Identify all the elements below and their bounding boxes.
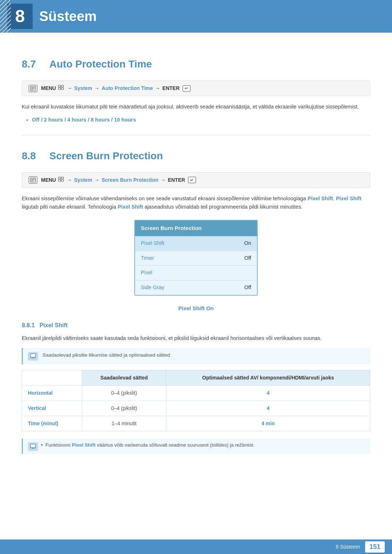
sub-881-body: Ekraanil järelpildi vältimiseks saate ka… bbox=[22, 334, 370, 342]
svg-rect-15 bbox=[61, 180, 64, 181]
panel-row-label-sidegray: Side Gray bbox=[141, 284, 164, 292]
note-text-881: Saadaolevad pikslite liikumise sätted ja… bbox=[42, 352, 170, 359]
grid-icon-7 bbox=[58, 85, 65, 92]
sub-section-881-title: Pixel Shift bbox=[40, 322, 68, 328]
table-row: Time (minut) 1–4 minutit 4 min bbox=[22, 416, 370, 431]
section-7-heading: 8.7 Auto Protection Time bbox=[22, 57, 370, 72]
table-cell-time-range: 1–4 minutit bbox=[82, 416, 166, 431]
enter-label-8: ENTER bbox=[168, 176, 185, 184]
table-cell-horizontal-optimal: 4 bbox=[166, 385, 370, 401]
sub-section-881-heading: 8.8.1 Pixel Shift bbox=[22, 321, 370, 330]
menu-item-8: Screen Burn Protection bbox=[102, 176, 158, 184]
panel-row-value-pixel-shift: On bbox=[244, 239, 251, 247]
pixel-shift-ref-2: Pixel Shift bbox=[336, 196, 362, 201]
panel-row-pixel: Pixel bbox=[135, 266, 257, 280]
table-row: Vertical 0–4 (pikslit) 4 bbox=[22, 401, 370, 416]
table-cell-vertical-range: 0–4 (pikslit) bbox=[82, 401, 166, 416]
panel-row-value-timer: Off bbox=[244, 254, 251, 262]
pixel-shift-on-label: Pixel Shift On bbox=[22, 304, 370, 313]
panel-row-timer: Timer Off bbox=[135, 251, 257, 266]
table-cell-time-label: Time (minut) bbox=[22, 416, 82, 431]
menu-item-7: Auto Protection Time bbox=[102, 85, 153, 92]
footnote-881: • Funktsiooni Pixel Shift väärtus võib v… bbox=[22, 439, 370, 454]
section-7-number: 8.7 bbox=[22, 57, 44, 72]
table-cell-vertical-optimal: 4 bbox=[166, 401, 370, 416]
section-8-number: 8.8 bbox=[22, 148, 44, 164]
table-cell-horizontal-range: 0–4 (pikslit) bbox=[82, 385, 166, 401]
pixel-shift-table: Saadaolevad sätted Optimaalsed sätted AV… bbox=[22, 370, 370, 431]
section-8-title: Screen Burn Protection bbox=[49, 148, 163, 164]
footnote-start: Funktsiooni bbox=[45, 442, 72, 448]
main-content: 8.7 Auto Protection Time MENU → System →… bbox=[0, 33, 392, 476]
svg-rect-5 bbox=[61, 85, 64, 87]
pixel-shift-ref-3: Pixel Shift bbox=[118, 204, 143, 210]
note-icon-footnote bbox=[28, 442, 38, 451]
footer-page-number: 151 bbox=[365, 541, 385, 553]
note-box-881: Saadaolevad pikslite liikumise sätted ja… bbox=[22, 348, 370, 364]
table-cell-horizontal-label: Horizontal bbox=[22, 385, 82, 401]
arrow-3-8: → bbox=[160, 176, 166, 184]
page-header: 8 Süsteem bbox=[0, 0, 392, 33]
menu-path-8: MENU → System → Screen Burn Protection →… bbox=[22, 172, 370, 188]
menu-icon bbox=[29, 85, 37, 92]
section-8-body: Ekraani sissepõlemise võimaluse vähendam… bbox=[22, 194, 370, 211]
enter-icon-7: ↵ bbox=[183, 85, 191, 92]
svg-rect-13 bbox=[61, 177, 64, 179]
enter-icon-8: ↵ bbox=[188, 177, 196, 183]
panel-row-label-timer: Timer bbox=[141, 254, 154, 262]
section-7-title: Auto Protection Time bbox=[49, 57, 152, 72]
grid-icon-8 bbox=[58, 176, 65, 184]
menu-label-7: MENU bbox=[41, 85, 56, 92]
enter-label-7: ENTER bbox=[162, 85, 179, 92]
menu-label-8: MENU bbox=[41, 176, 56, 184]
footer-text: 8 Süsteem bbox=[336, 543, 360, 551]
section-8-heading: 8.8 Screen Burn Protection bbox=[22, 148, 370, 164]
divider-7-8 bbox=[22, 135, 370, 135]
table-cell-time-optimal: 4 min bbox=[166, 416, 370, 431]
table-col-optimal: Optimaalsed sätted AV/ komponendi/HDMI/a… bbox=[166, 370, 370, 385]
svg-rect-7 bbox=[61, 88, 64, 90]
table-cell-vertical-label: Vertical bbox=[22, 401, 82, 416]
arrow-3-7: → bbox=[155, 85, 160, 92]
menu-path-7: MENU → System → Auto Protection Time → E… bbox=[22, 81, 370, 96]
panel-row-label-pixel-shift: Pixel Shift bbox=[141, 239, 164, 247]
svg-rect-4 bbox=[58, 85, 61, 87]
chapter-title: Süsteem bbox=[39, 6, 97, 27]
table-col-available: Saadaolevad sätted bbox=[82, 370, 166, 385]
page-footer: 8 Süsteem 151 bbox=[0, 539, 392, 554]
options-list-7: Off / 2 hours / 4 hours / 8 hours / 10 h… bbox=[22, 116, 370, 124]
panel-row-value-sidegray: Off bbox=[244, 284, 251, 292]
screen-burn-panel: Screen Burn Protection Pixel Shift On Ti… bbox=[134, 220, 258, 296]
footnote-end: väärtus võib varieeruda sõltuvalt seadme… bbox=[95, 442, 254, 448]
arrow-2-8: → bbox=[94, 176, 99, 184]
table-col-empty bbox=[22, 370, 82, 385]
panel-row-label-pixel: Pixel bbox=[141, 269, 152, 277]
menu-icon-8 bbox=[29, 176, 37, 184]
table-row: Horizontal 0–4 (pikslit) 4 bbox=[22, 385, 370, 401]
menu-system-8: System bbox=[74, 176, 92, 184]
footnote-text: • Funktsiooni Pixel Shift väärtus võib v… bbox=[41, 442, 254, 449]
note-icon-881 bbox=[28, 352, 38, 361]
options-item-7: Off / 2 hours / 4 hours / 8 hours / 10 h… bbox=[32, 116, 370, 124]
chapter-number: 8 bbox=[7, 4, 33, 29]
menu-system-7: System bbox=[74, 85, 92, 92]
section-7-body: Kui ekraanil kuvatakse liikumatut pilti … bbox=[22, 103, 370, 111]
arrow-1-8: → bbox=[67, 176, 72, 184]
pixel-shift-ref-1: Pixel Shift bbox=[307, 196, 333, 201]
footnote-pixelshift: Pixel Shift bbox=[72, 442, 95, 448]
arrow-2-7: → bbox=[94, 85, 99, 92]
panel-title: Screen Burn Protection bbox=[135, 221, 257, 236]
svg-rect-14 bbox=[58, 180, 61, 181]
arrow-1-7: → bbox=[67, 85, 72, 92]
sub-section-881-number: 8.8.1 bbox=[22, 322, 38, 328]
svg-rect-12 bbox=[58, 177, 61, 179]
panel-row-pixel-shift: Pixel Shift On bbox=[135, 236, 257, 251]
svg-rect-6 bbox=[58, 88, 61, 90]
panel-row-sidegray: Side Gray Off bbox=[135, 280, 257, 295]
